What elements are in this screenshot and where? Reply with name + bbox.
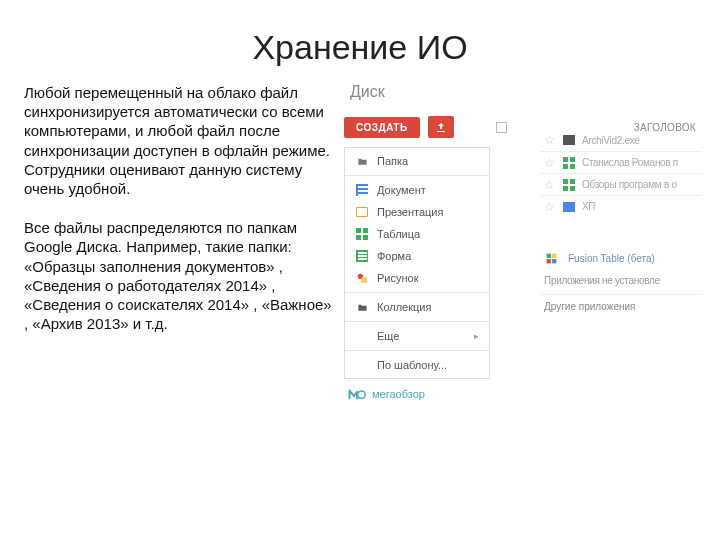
menu-template-label: По шаблону... — [377, 359, 447, 371]
star-icon[interactable]: ☆ — [544, 178, 556, 192]
svg-rect-3 — [546, 253, 550, 257]
select-all-checkbox[interactable] — [496, 122, 507, 133]
menu-presentation-label: Презентация — [377, 206, 443, 218]
svg-point-2 — [358, 391, 366, 399]
file-row[interactable]: ☆ Станислав Романов п — [540, 151, 702, 173]
menu-folder-label: Папка — [377, 155, 408, 167]
menu-template[interactable]: По шаблону... — [345, 354, 489, 376]
menu-document[interactable]: Документ — [345, 179, 489, 201]
fusion-icon — [544, 252, 558, 264]
spacer — [540, 217, 702, 247]
svg-rect-6 — [552, 259, 556, 263]
menu-sheets-label: Таблица — [377, 228, 420, 240]
menu-presentation[interactable]: Презентация — [345, 201, 489, 223]
fusion-table-row[interactable]: Fusion Table (бета) — [540, 247, 702, 269]
file-name: Обзоры программ в о — [582, 179, 677, 190]
create-button[interactable]: СОЗДАТЬ — [344, 117, 420, 138]
star-icon[interactable]: ☆ — [544, 200, 556, 214]
menu-connections[interactable]: Коллекция — [345, 296, 489, 318]
file-row[interactable]: ☆ Обзоры программ в о — [540, 173, 702, 195]
file-row[interactable]: ☆ ArchiVid2.exe — [540, 129, 702, 151]
slide-title: Хранение ИО — [0, 0, 720, 83]
megaobzor-logo — [348, 387, 366, 401]
form-icon — [355, 249, 369, 263]
chevron-right-icon: ▸ — [474, 331, 479, 341]
menu-form[interactable]: Форма — [345, 245, 489, 267]
create-menu: Папка Документ Презентация — [344, 147, 490, 379]
apps-not-installed-label: Приложения не установле — [540, 273, 702, 288]
document-icon — [355, 183, 369, 197]
menu-drawing[interactable]: Рисунок — [345, 267, 489, 289]
menu-connections-label: Коллекция — [377, 301, 431, 313]
sheets-icon — [562, 179, 576, 191]
folder-icon — [355, 154, 369, 168]
doc-icon — [562, 201, 576, 213]
drive-screenshot: Диск СОЗДАТЬ ЗАГОЛОВОК Папка — [344, 83, 702, 401]
file-icon — [562, 134, 576, 146]
file-name: ХП — [582, 201, 595, 212]
star-icon[interactable]: ☆ — [544, 156, 556, 170]
megaobzor-watermark: мегаобзор — [348, 387, 702, 401]
file-row[interactable]: ☆ ХП — [540, 195, 702, 217]
paragraph-2: Все файлы распределяются по папкам Googl… — [24, 218, 334, 333]
spacer — [355, 329, 369, 343]
drive-label: Диск — [350, 83, 702, 101]
menu-drawing-label: Рисунок — [377, 272, 419, 284]
spacer — [355, 358, 369, 372]
svg-rect-4 — [552, 253, 556, 257]
content-area: Любой перемещенный на облако файл синхро… — [0, 83, 720, 401]
svg-rect-1 — [361, 277, 366, 282]
sheets-icon — [355, 227, 369, 241]
menu-folder[interactable]: Папка — [345, 150, 489, 172]
fusion-table-label: Fusion Table (бета) — [564, 251, 659, 266]
drawing-icon — [355, 271, 369, 285]
other-apps-link[interactable]: Другие приложения — [540, 294, 702, 318]
paragraph-1: Любой перемещенный на облако файл синхро… — [24, 83, 334, 198]
file-list-panel: ☆ ArchiVid2.exe ☆ Станислав Романов п ☆ … — [540, 129, 702, 318]
megaobzor-text: мегаобзор — [372, 388, 425, 400]
divider — [345, 321, 489, 322]
star-icon[interactable]: ☆ — [544, 133, 556, 147]
upload-icon — [435, 121, 447, 133]
upload-button[interactable] — [428, 116, 454, 138]
menu-sheets[interactable]: Таблица — [345, 223, 489, 245]
menu-more[interactable]: Еще ▸ — [345, 325, 489, 347]
divider — [345, 292, 489, 293]
sheets-icon — [562, 157, 576, 169]
divider — [345, 350, 489, 351]
text-column: Любой перемещенный на облако файл синхро… — [24, 83, 334, 401]
file-name: Станислав Романов п — [582, 157, 678, 168]
svg-rect-5 — [546, 259, 550, 263]
divider — [345, 175, 489, 176]
menu-form-label: Форма — [377, 250, 411, 262]
file-name: ArchiVid2.exe — [582, 135, 640, 146]
presentation-icon — [355, 205, 369, 219]
folder-shared-icon — [355, 300, 369, 314]
menu-more-label: Еще — [377, 330, 399, 342]
menu-document-label: Документ — [377, 184, 426, 196]
